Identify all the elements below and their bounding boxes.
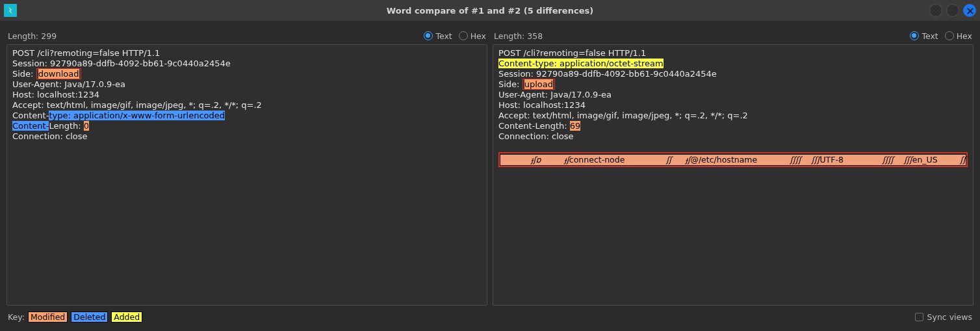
msg-line: Accept: text/html, image/gif, image/jpeg… <box>12 100 262 110</box>
right-message: POST /cli?remoting=false HTTP/1.1 Conten… <box>498 48 968 167</box>
diff-modified: download <box>36 68 81 79</box>
radio-label: Hex <box>957 31 972 41</box>
msg-line: Session: 92790a89-ddfb-4092-bb61-9c0440a… <box>12 59 231 68</box>
diff-modified: upload <box>522 79 555 90</box>
msg-line: Accept: text/html, image/gif, image/jpeg… <box>498 111 748 120</box>
right-length-label: Length: 358 <box>494 31 543 41</box>
radio-label: Hex <box>471 31 486 41</box>
diff-deleted: type: application/x-www-form-urlencoded <box>49 111 225 120</box>
window-title: Word compare of #1 and #2 (5 differences… <box>0 6 980 16</box>
msg-line-prefix: Content- <box>12 111 49 120</box>
msg-line-prefix: Side: <box>498 79 522 89</box>
msg-line: Connection: close <box>12 131 88 141</box>
radio-dot-icon <box>910 31 919 40</box>
key-modified-swatch: Modified <box>28 311 68 323</box>
diff-deleted: Content- <box>12 121 49 131</box>
window-controls <box>929 4 976 17</box>
left-view-mode-group: Text Hex <box>424 31 486 41</box>
radio-dot-icon <box>945 31 954 40</box>
sync-views-label: Sync views <box>927 312 972 322</box>
sync-views-checkbox[interactable]: Sync views <box>915 312 972 322</box>
close-button[interactable] <box>963 4 976 17</box>
msg-line-prefix: Side: <box>12 69 36 79</box>
radio-label: Text <box>435 31 452 41</box>
msg-line: User-Agent: Java/17.0.9-ea <box>12 79 125 89</box>
msg-line: Connection: close <box>498 131 574 141</box>
left-hex-mode-radio[interactable]: Hex <box>459 31 486 41</box>
radio-dot-icon <box>459 31 468 40</box>
left-pane-body[interactable]: POST /cli?remoting=false HTTP/1.1 Sessio… <box>6 44 487 306</box>
right-hex-mode-radio[interactable]: Hex <box>945 31 972 41</box>
left-message: POST /cli?remoting=false HTTP/1.1 Sessio… <box>12 48 482 142</box>
right-pane: Length: 358 Text Hex POST /cli?remoting=… <box>493 27 974 306</box>
key-label: Key: <box>8 312 25 322</box>
right-pane-header: Length: 358 Text Hex <box>493 27 974 44</box>
msg-line: Session: 92790a89-ddfb-4092-bb61-9c0440a… <box>498 69 717 79</box>
title-bar: Word compare of #1 and #2 (5 differences… <box>0 0 980 21</box>
app-icon <box>4 4 17 17</box>
key-added-swatch: Added <box>111 311 142 323</box>
left-pane: Length: 299 Text Hex POST /cli?remoting=… <box>6 27 487 306</box>
checkbox-icon <box>915 313 923 321</box>
left-text-mode-radio[interactable]: Text <box>424 31 452 41</box>
left-length-label: Length: 299 <box>8 31 57 41</box>
diff-modified: 0 <box>84 121 89 131</box>
right-pane-body[interactable]: POST /cli?remoting=false HTTP/1.1 Conten… <box>493 44 974 306</box>
msg-line: POST /cli?remoting=false HTTP/1.1 <box>12 48 160 58</box>
right-text-mode-radio[interactable]: Text <box>910 31 938 41</box>
msg-line: Host: localhost:1234 <box>12 90 99 99</box>
msg-line-prefix: Content-Length: <box>498 121 570 131</box>
msg-line: Host: localhost:1234 <box>498 100 586 110</box>
minimize-button[interactable] <box>929 4 942 17</box>
key-deleted-swatch: Deleted <box>71 311 108 323</box>
diff-added: Content-type: application/octet-stream <box>498 59 664 68</box>
compare-panes: Length: 299 Text Hex POST /cli?remoting=… <box>0 21 980 306</box>
msg-line: POST /cli?remoting=false HTTP/1.1 <box>498 48 646 58</box>
left-pane-header: Length: 299 Text Hex <box>6 27 487 44</box>
right-view-mode-group: Text Hex <box>910 31 972 41</box>
diff-modified: 69 <box>570 121 581 131</box>
diff-binary-block: ɟʃɒ ɟʃ connect-node ʃʃ ɟʃ @/etc/hostname… <box>498 152 968 167</box>
diff-key-legend: Key: Modified Deleted Added <box>8 311 142 323</box>
msg-line: User-Agent: Java/17.0.9-ea <box>498 90 612 99</box>
radio-dot-icon <box>424 31 433 40</box>
radio-label: Text <box>922 31 938 41</box>
msg-line-mid: Length: <box>49 121 83 131</box>
maximize-button[interactable] <box>946 4 959 17</box>
legend-row: Key: Modified Deleted Added Sync views <box>0 306 980 324</box>
